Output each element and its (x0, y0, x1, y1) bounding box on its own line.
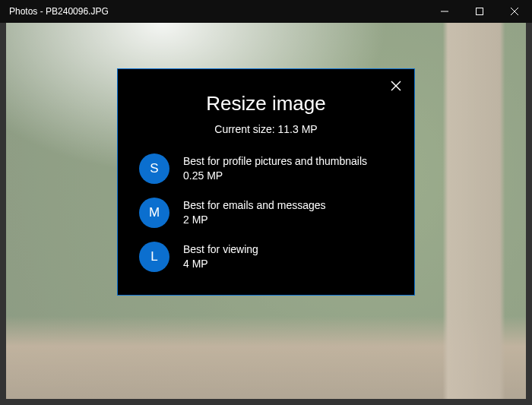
close-window-button[interactable] (497, 0, 532, 23)
option-badge-m: M (139, 198, 169, 228)
minimize-button[interactable] (427, 0, 462, 23)
window-title: Photos - PB240096.JPG (0, 6, 427, 17)
resize-option-small[interactable]: S Best for profile pictures and thumbnai… (136, 153, 396, 184)
resize-option-medium[interactable]: M Best for emails and messages 2 MP (136, 198, 396, 228)
close-icon (511, 8, 518, 15)
option-text: Best for viewing 4 MP (183, 242, 258, 271)
window-controls (427, 0, 532, 23)
option-text: Best for emails and messages 2 MP (183, 198, 326, 227)
titlebar: Photos - PB240096.JPG (0, 0, 532, 23)
option-desc: Best for profile pictures and thumbnails (183, 154, 367, 169)
option-badge-s: S (139, 153, 169, 184)
app-window: Photos - PB240096.JPG Resize image Curre… (0, 0, 532, 405)
option-size: 0.25 MP (183, 169, 367, 183)
option-size: 4 MP (183, 257, 258, 271)
option-desc: Best for viewing (183, 242, 258, 257)
current-size-label: Current size: 11.3 MP (136, 123, 396, 135)
option-badge-l: L (139, 242, 169, 272)
option-text: Best for profile pictures and thumbnails… (183, 154, 367, 183)
option-desc: Best for emails and messages (183, 198, 326, 213)
minimize-icon (441, 8, 448, 15)
dialog-close-button[interactable] (388, 78, 404, 93)
close-icon (391, 81, 401, 91)
option-size: 2 MP (183, 213, 326, 227)
resize-dialog: Resize image Current size: 11.3 MP S Bes… (117, 68, 415, 296)
maximize-button[interactable] (462, 0, 497, 23)
maximize-icon (476, 8, 483, 15)
svg-rect-1 (477, 8, 483, 15)
dialog-title: Resize image (136, 92, 396, 115)
resize-option-large[interactable]: L Best for viewing 4 MP (136, 242, 396, 272)
